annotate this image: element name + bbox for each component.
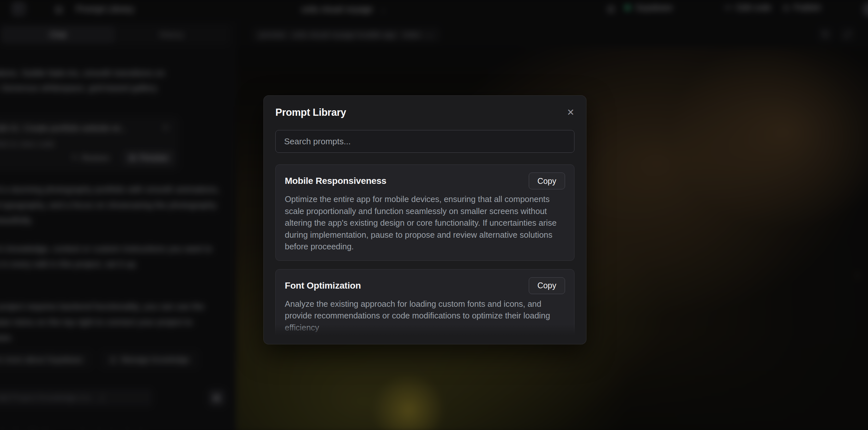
modal-title: Prompt Library: [275, 107, 346, 118]
prompt-title: Font Optimization: [285, 280, 361, 291]
prompt-card-font-optimization: Font Optimization Copy Analyze the exist…: [275, 269, 575, 335]
copy-button[interactable]: Copy: [529, 277, 565, 294]
prompt-card-mobile-responsiveness: Mobile Responsiveness Copy Optimize the …: [275, 164, 575, 261]
copy-button[interactable]: Copy: [529, 173, 565, 189]
search-input[interactable]: [275, 130, 575, 153]
prompt-description: Optimize the entire app for mobile devic…: [285, 193, 565, 253]
prompt-description: Analyze the existing approach for loadin…: [285, 298, 565, 334]
close-icon[interactable]: ✕: [567, 107, 575, 117]
prompt-list[interactable]: Mobile Responsiveness Copy Optimize the …: [275, 164, 575, 335]
prompt-library-modal: Prompt Library ✕ Mobile Responsiveness C…: [264, 95, 586, 344]
prompt-title: Mobile Responsiveness: [285, 176, 386, 186]
screen: ▤ Prompt Library urdu visual voyage ⌄ ⚙ …: [0, 0, 868, 430]
